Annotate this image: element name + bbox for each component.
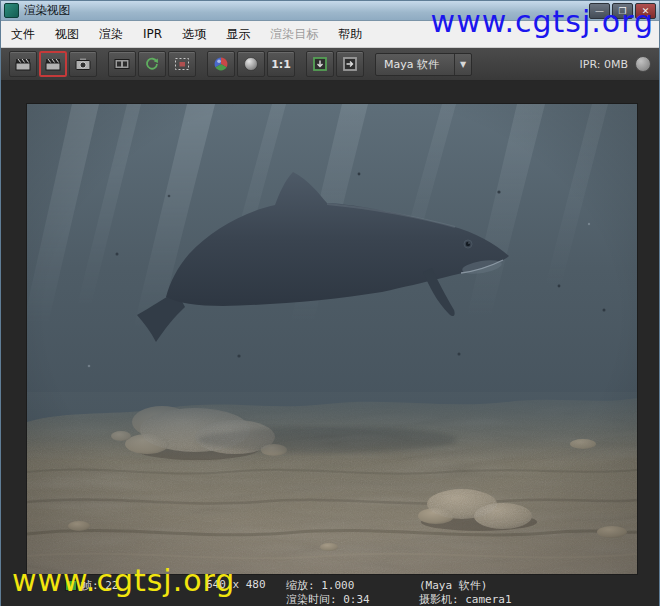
maximize-button[interactable]: ❐ bbox=[612, 3, 633, 19]
status-render-time: 渲染时间: 0:34 bbox=[286, 592, 370, 606]
keep-image-icon[interactable] bbox=[306, 51, 334, 77]
ipr-render-icon[interactable] bbox=[108, 51, 136, 77]
menu-view[interactable]: 视图 bbox=[45, 21, 89, 47]
status-camera: 摄影机: camera1 bbox=[419, 592, 512, 606]
statusbar: 帧: 22 640 x 480 缩放: 1.000 (Maya 软件) 渲染时间… bbox=[1, 574, 659, 606]
ipr-memory-label: IPR: 0MB bbox=[580, 58, 628, 71]
remove-image-arrow-icon bbox=[342, 56, 358, 72]
vignette bbox=[27, 104, 637, 574]
render-clapper-icon bbox=[15, 56, 31, 72]
menu-render[interactable]: 渲染 bbox=[89, 21, 133, 47]
underwater-scene bbox=[27, 104, 637, 574]
renderer-dropdown-label: Maya 软件 bbox=[376, 57, 454, 72]
canvas-area: 帧: 22 640 x 480 缩放: 1.000 (Maya 软件) 渲染时间… bbox=[1, 81, 659, 606]
refresh-arrows-icon bbox=[144, 56, 160, 72]
chevron-down-icon: ▼ bbox=[454, 54, 471, 75]
status-resolution: 640 x 480 bbox=[206, 578, 266, 591]
status-zoom: 缩放: 1.000 bbox=[286, 578, 354, 593]
menu-display[interactable]: 显示 bbox=[216, 21, 260, 47]
ipr-region-icon[interactable] bbox=[168, 51, 196, 77]
alpha-channel-icon[interactable] bbox=[237, 51, 265, 77]
menu-file[interactable]: 文件 bbox=[1, 21, 45, 47]
app-icon bbox=[4, 3, 19, 18]
rgb-sphere-icon bbox=[213, 56, 229, 72]
window-title: 渲染视图 bbox=[24, 3, 587, 18]
camera-icon bbox=[75, 56, 91, 72]
snapshot-icon[interactable] bbox=[69, 51, 97, 77]
one-to-one-label: 1:1 bbox=[271, 58, 291, 71]
menubar: 文件 视图 渲染 IPR 选项 显示 渲染目标 帮助 bbox=[1, 21, 659, 48]
titlebar: 渲染视图 — ❐ ✕ bbox=[1, 1, 659, 21]
status-color-swatch bbox=[65, 580, 77, 591]
menu-render-target: 渲染目标 bbox=[260, 21, 328, 47]
render-icon[interactable] bbox=[9, 51, 37, 77]
renderer-dropdown[interactable]: Maya 软件 ▼ bbox=[375, 53, 472, 76]
keep-image-arrow-icon bbox=[312, 56, 328, 72]
rgb-channels-icon[interactable] bbox=[207, 51, 235, 77]
gray-sphere-icon bbox=[243, 56, 259, 72]
render-region-icon[interactable] bbox=[39, 51, 67, 77]
remove-image-icon[interactable] bbox=[336, 51, 364, 77]
menu-ipr[interactable]: IPR bbox=[133, 21, 172, 47]
close-button[interactable]: ✕ bbox=[635, 3, 656, 19]
status-frame: 帧: 22 bbox=[81, 578, 119, 593]
status-renderer: (Maya 软件) bbox=[419, 578, 487, 593]
refresh-ipr-icon[interactable] bbox=[138, 51, 166, 77]
render-view-window: 渲染视图 — ❐ ✕ 文件 视图 渲染 IPR 选项 显示 渲染目标 帮助 bbox=[0, 0, 660, 606]
dashed-region-icon bbox=[174, 56, 190, 72]
rendered-image[interactable] bbox=[26, 103, 638, 575]
filmstrip-icon bbox=[114, 56, 130, 72]
one-to-one-button[interactable]: 1:1 bbox=[267, 51, 295, 77]
toolbar: 1:1 Maya 软件 ▼ IPR: 0MB bbox=[1, 48, 659, 81]
ipr-progress-indicator bbox=[635, 56, 651, 72]
minimize-button[interactable]: — bbox=[589, 3, 610, 19]
render-region-clapper-icon bbox=[45, 56, 61, 72]
menu-options[interactable]: 选项 bbox=[172, 21, 216, 47]
menu-help[interactable]: 帮助 bbox=[328, 21, 372, 47]
